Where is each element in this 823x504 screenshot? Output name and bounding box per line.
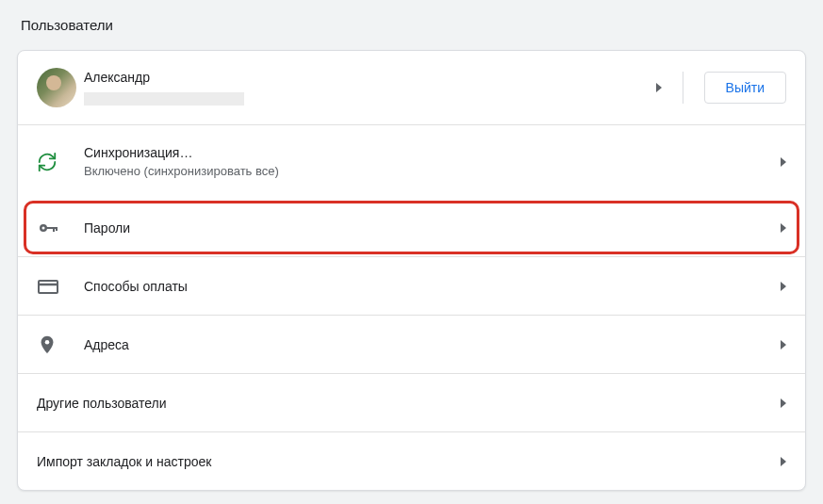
svg-rect-3 [53,227,55,232]
credit-card-icon [37,275,59,298]
addresses-row[interactable]: Адреса [18,315,805,373]
avatar [37,68,76,107]
chevron-right-icon [656,83,662,92]
payment-title: Способы оплаты [84,279,781,294]
svg-rect-4 [56,227,58,231]
svg-rect-5 [39,281,58,293]
chevron-right-icon [781,457,786,466]
page-title: Пользователи [21,17,806,33]
chevron-right-icon [781,340,786,350]
sync-subtitle: Включено (синхронизировать все) [84,164,781,178]
chevron-right-icon [781,282,786,291]
chevron-right-icon [781,398,786,408]
profile-email-redacted [84,92,244,106]
payment-row[interactable]: Способы оплаты [18,256,805,315]
profile-row[interactable]: Александр Выйти [18,51,805,124]
import-label: Импорт закладок и настроек [37,454,781,469]
settings-card: Александр Выйти Синхронизация… Включено … [17,50,806,491]
key-icon [37,217,59,239]
chevron-right-icon [781,223,786,233]
svg-point-1 [42,226,45,229]
sync-title: Синхронизация… [84,145,781,160]
svg-point-7 [45,339,50,344]
passwords-row[interactable]: Пароли [18,198,805,256]
sync-row[interactable]: Синхронизация… Включено (синхронизироват… [18,124,805,198]
other-users-label: Другие пользователи [37,396,781,411]
profile-name: Александр [84,70,656,85]
location-icon [37,334,58,355]
other-users-row[interactable]: Другие пользователи [18,373,805,431]
signout-button[interactable]: Выйти [704,72,786,104]
divider [683,72,683,104]
chevron-right-icon [781,157,786,167]
sync-icon [37,152,58,172]
addresses-title: Адреса [84,337,781,352]
import-row[interactable]: Импорт закладок и настроек [18,431,805,490]
passwords-title: Пароли [84,220,781,236]
